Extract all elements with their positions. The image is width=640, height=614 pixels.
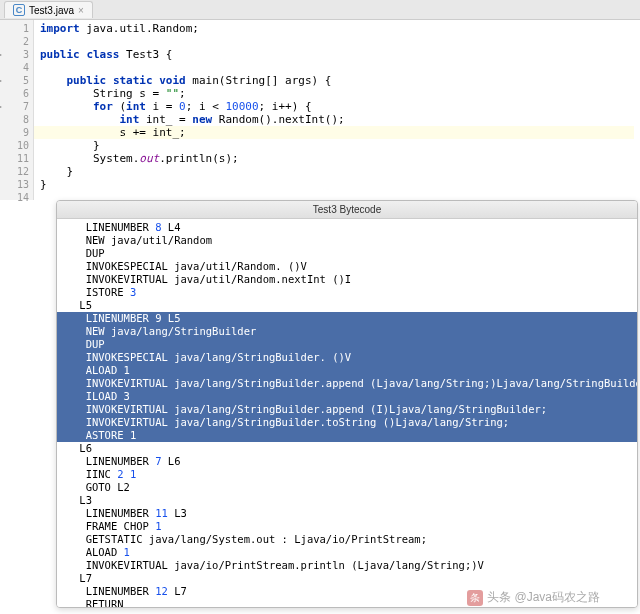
fold-marker-icon[interactable]: ▸ [0,48,3,61]
code-line[interactable]: System.out.println(s); [40,152,634,165]
bytecode-line[interactable]: INVOKEVIRTUAL java/lang/StringBuilder.to… [57,416,637,429]
code-content[interactable]: import java.util.Random; public class Te… [34,20,640,200]
code-line[interactable]: } [40,178,634,191]
gutter-line-number: 4 [0,61,29,74]
gutter-line-number: 12 [0,165,29,178]
gutter-line-number: 13 [0,178,29,191]
bytecode-line[interactable]: INVOKEVIRTUAL java/lang/StringBuilder.ap… [57,377,637,390]
bytecode-line[interactable]: L7 [57,572,637,585]
bytecode-line[interactable]: INVOKEVIRTUAL java/util/Random.nextInt (… [57,273,637,286]
editor-tab[interactable]: C Test3.java × [4,1,93,18]
code-line[interactable]: public class Test3 { [40,48,634,61]
code-line[interactable] [40,61,634,74]
line-gutter: 123▸45▸67▸89💡1011121314 [0,20,34,200]
bytecode-line[interactable]: L3 [57,494,637,507]
bytecode-line[interactable]: ALOAD 1 [57,364,637,377]
code-line[interactable]: s += int_; [34,126,634,139]
close-icon[interactable]: × [78,5,84,16]
code-editor[interactable]: 123▸45▸67▸89💡1011121314 import java.util… [0,20,640,200]
watermark-icon: 条 [467,590,483,606]
watermark: 条 头条 @Java码农之路 [467,589,600,606]
bytecode-line[interactable]: ASTORE 1 [57,429,637,442]
code-line[interactable]: int int_ = new Random().nextInt(); [40,113,634,126]
bytecode-line[interactable]: LINENUMBER 11 L3 [57,507,637,520]
bytecode-panel: Test3 Bytecode LINENUMBER 8 L4 NEW java/… [56,200,638,608]
bytecode-content[interactable]: LINENUMBER 8 L4 NEW java/util/Random DUP… [57,219,637,607]
bytecode-line[interactable]: FRAME CHOP 1 [57,520,637,533]
bytecode-line[interactable]: LINENUMBER 8 L4 [57,221,637,234]
code-line[interactable]: import java.util.Random; [40,22,634,35]
bytecode-line[interactable]: NEW java/lang/StringBuilder [57,325,637,338]
bytecode-line[interactable]: ISTORE 3 [57,286,637,299]
code-line[interactable]: for (int i = 0; i < 10000; i++) { [40,100,634,113]
bytecode-line[interactable]: GOTO L2 [57,481,637,494]
gutter-line-number: 2 [0,35,29,48]
code-line[interactable] [40,35,634,48]
bytecode-line[interactable]: ILOAD 3 [57,390,637,403]
gutter-line-number: 7▸ [0,100,29,113]
tab-filename: Test3.java [29,5,74,16]
gutter-line-number: 11 [0,152,29,165]
gutter-line-number: 10 [0,139,29,152]
bytecode-line[interactable]: IINC 2 1 [57,468,637,481]
code-line[interactable]: } [40,139,634,152]
bytecode-title: Test3 Bytecode [57,201,637,219]
gutter-line-number: 6 [0,87,29,100]
bytecode-line[interactable]: L5 [57,299,637,312]
tab-bar: C Test3.java × [0,0,640,20]
bytecode-line[interactable]: INVOKEVIRTUAL java/io/PrintStream.printl… [57,559,637,572]
bytecode-line[interactable]: NEW java/util/Random [57,234,637,247]
fold-marker-icon[interactable]: ▸ [0,100,3,113]
code-line[interactable]: public static void main(String[] args) { [40,74,634,87]
bytecode-line[interactable]: INVOKEVIRTUAL java/lang/StringBuilder.ap… [57,403,637,416]
gutter-line-number: 9💡 [0,126,29,139]
gutter-line-number: 1 [0,22,29,35]
code-line[interactable]: } [40,165,634,178]
bytecode-line[interactable]: ALOAD 1 [57,546,637,559]
watermark-text: 头条 @Java码农之路 [487,589,600,606]
bytecode-line[interactable]: DUP [57,247,637,260]
fold-marker-icon[interactable]: ▸ [0,74,3,87]
gutter-line-number: 5▸ [0,74,29,87]
bytecode-line[interactable]: INVOKESPECIAL java/util/Random. ()V [57,260,637,273]
gutter-line-number: 14 [0,191,29,204]
bytecode-line[interactable]: DUP [57,338,637,351]
bytecode-line[interactable]: LINENUMBER 7 L6 [57,455,637,468]
bytecode-line[interactable]: L6 [57,442,637,455]
bytecode-line[interactable]: INVOKESPECIAL java/lang/StringBuilder. (… [57,351,637,364]
gutter-line-number: 3▸ [0,48,29,61]
code-line[interactable]: String s = ""; [40,87,634,100]
java-file-icon: C [13,4,25,16]
gutter-line-number: 8 [0,113,29,126]
bytecode-line[interactable]: GETSTATIC java/lang/System.out : Ljava/i… [57,533,637,546]
bytecode-line[interactable]: LINENUMBER 9 L5 [57,312,637,325]
